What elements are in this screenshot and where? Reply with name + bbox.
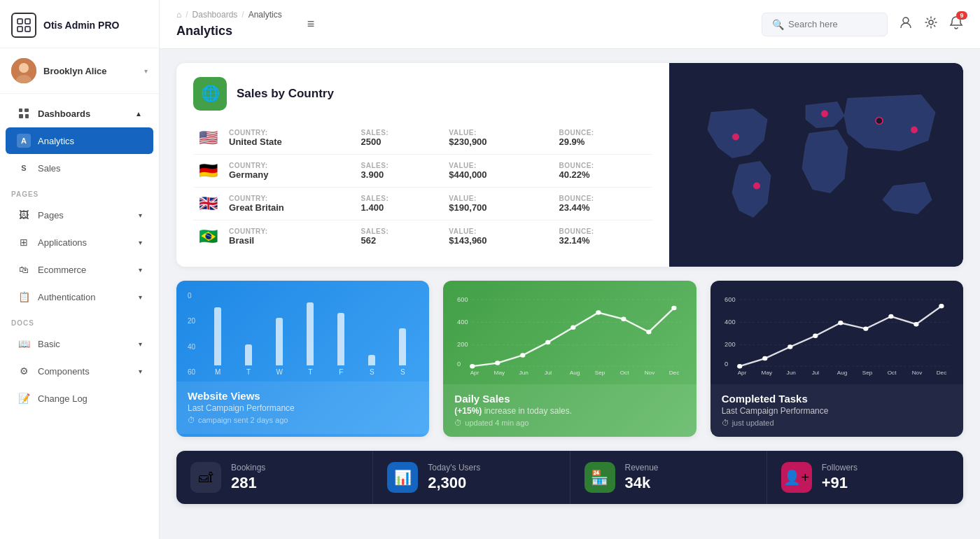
svg-point-60 (913, 322, 918, 326)
user-chevron: ▾ (144, 67, 148, 75)
stat-icon: 🛋 (199, 470, 213, 486)
stat-value: 281 (231, 474, 265, 492)
sidebar-item-changelog[interactable]: 📝 Change Log (6, 385, 153, 412)
daily-sales-chart-area: .grid-line { stroke: rgba(255,255,255,0.… (443, 281, 696, 384)
daily-sales-card: .grid-line { stroke: rgba(255,255,255,0.… (443, 281, 696, 437)
user-name: Brooklyn Alice (43, 66, 137, 76)
dashboards-chevron: ▲ (135, 110, 142, 118)
table-row: 🇧🇷 Country: Brasil Sales: 562 Value: $14… (193, 220, 652, 253)
stat-label: Revenue (625, 463, 659, 472)
bar-label: W (276, 368, 282, 376)
svg-point-11 (903, 18, 909, 23)
menu-toggle-button[interactable]: ≡ (307, 17, 315, 31)
sidebar-user[interactable]: Brooklyn Alice ▾ (0, 48, 159, 94)
sidebar-item-basic[interactable]: 📖 Basic ▾ (6, 330, 153, 357)
bar (276, 318, 283, 365)
sidebar-item-authentication[interactable]: 📋 Authentication ▾ (6, 284, 153, 310)
svg-text:Apr: Apr (470, 370, 479, 376)
svg-rect-2 (18, 27, 22, 31)
sidebar-item-ecommerce[interactable]: 🛍 Ecommerce ▾ (6, 256, 153, 283)
stat-info: Followers +91 (822, 463, 858, 492)
clock-icon: ⏱ (188, 416, 195, 424)
stat-info: Bookings 281 (231, 463, 265, 492)
stat-info: Revenue 34k (625, 463, 659, 492)
svg-text:Nov: Nov (911, 370, 922, 376)
dashboards-label: Dashboards (38, 108, 90, 119)
stat-item: 🛋 Bookings 281 (176, 451, 373, 504)
svg-text:400: 400 (457, 319, 468, 326)
bar-label: T (246, 368, 251, 376)
daily-sales-time: ⏱ updated 4 min ago (454, 419, 685, 427)
stat-label: Followers (822, 463, 858, 472)
completed-tasks-time: ⏱ just updated (722, 419, 952, 427)
sidebar-item-components[interactable]: ⚙ Components ▾ (6, 358, 153, 384)
sales-by-country-card: 🌐 Sales by Country 🇺🇸 Country: United St… (176, 63, 963, 267)
svg-rect-8 (24, 108, 29, 112)
svg-point-17 (911, 127, 918, 134)
svg-point-32 (596, 310, 601, 314)
svg-text:Aug: Aug (836, 370, 847, 376)
breadcrumb-dashboards: Dashboards (192, 10, 238, 20)
home-icon: ⌂ (176, 10, 181, 20)
bar-chart: M T W T F S S (202, 292, 418, 376)
user-profile-button[interactable] (899, 15, 913, 33)
table-row: 🇩🇪 Country: Germany Sales: 3.900 Value: … (193, 155, 652, 188)
website-views-time: ⏱ campaign sent 2 days ago (188, 416, 418, 424)
svg-point-58 (863, 326, 868, 330)
svg-point-30 (546, 340, 551, 344)
sidebar-item-analytics[interactable]: A Analytics (6, 127, 153, 154)
content-area: 🌐 Sales by Country 🇺🇸 Country: United St… (160, 49, 980, 539)
sidebar-nav: Dashboards ▲ A Analytics S Sales PAGES 🖼… (0, 94, 159, 539)
clock-icon3: ⏱ (722, 419, 729, 427)
stat-info: Today's Users 2,300 (428, 463, 480, 492)
breadcrumb-path: ⌂ / Dashboards / Analytics (176, 10, 282, 20)
settings-button[interactable] (924, 15, 938, 33)
authentication-icon: 📋 (17, 290, 31, 304)
topbar-icons: 9 (899, 15, 963, 33)
breadcrumb: ⌂ / Dashboards / Analytics Analytics (176, 10, 282, 38)
svg-rect-3 (25, 27, 30, 31)
search-box[interactable]: 🔍 (762, 13, 888, 36)
svg-point-54 (762, 356, 767, 360)
applications-label: Applications (38, 237, 87, 248)
analytics-label: Analytics (38, 136, 74, 146)
bar (214, 307, 221, 365)
sidebar-item-dashboards[interactable]: Dashboards ▲ (6, 100, 153, 127)
svg-rect-0 (18, 19, 22, 24)
sidebar-item-applications[interactable]: ⊞ Applications ▾ (6, 229, 153, 255)
svg-text:200: 200 (724, 342, 736, 348)
authentication-label: Authentication (38, 292, 95, 302)
main-content: ⌂ / Dashboards / Analytics Analytics ≡ 🔍 (160, 0, 980, 539)
svg-text:Oct: Oct (620, 370, 630, 376)
sales-letter: S (17, 161, 31, 175)
svg-rect-10 (25, 114, 29, 118)
stat-label: Today's Users (428, 463, 480, 472)
svg-point-34 (647, 330, 652, 334)
table-row: 🇺🇸 Country: United State Sales: 2500 Val… (193, 122, 652, 155)
svg-point-61 (939, 304, 944, 308)
daily-sales-chart: .grid-line { stroke: rgba(255,255,255,0.… (454, 292, 685, 376)
svg-text:Oct: Oct (887, 370, 897, 376)
logo-icon (11, 13, 36, 38)
stat-icon-box: 👤+ (781, 462, 812, 493)
docs-section-label: DOCS (0, 311, 159, 330)
svg-point-56 (813, 334, 818, 338)
sidebar-item-sales[interactable]: S Sales (6, 155, 153, 181)
search-input[interactable] (788, 19, 886, 29)
country-flag: 🇺🇸 (199, 129, 218, 146)
svg-text:0: 0 (724, 361, 728, 368)
sidebar-item-pages[interactable]: 🖼 Pages ▾ (6, 202, 153, 228)
components-label: Components (38, 366, 90, 377)
changelog-icon: 📝 (17, 391, 31, 405)
notifications-button[interactable]: 9 (949, 15, 963, 33)
pages-icon: 🖼 (17, 208, 31, 222)
country-flag: 🇧🇷 (199, 227, 218, 245)
stat-item: 📊 Today's Users 2,300 (373, 451, 570, 504)
bar (399, 328, 406, 365)
completed-tasks-chart: 600 400 200 0 (722, 292, 952, 376)
stat-icon: 🏪 (591, 469, 608, 486)
svg-text:200: 200 (457, 342, 468, 348)
svg-point-29 (520, 353, 525, 357)
svg-point-28 (495, 360, 500, 365)
svg-text:Apr: Apr (737, 370, 746, 376)
